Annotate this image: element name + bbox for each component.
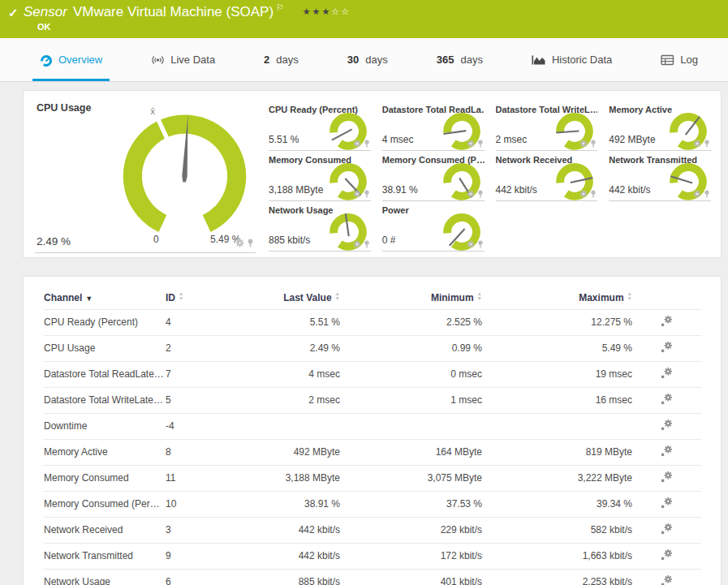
table-row[interactable]: Network Usage 6 885 kbit/s 401 kbit/s 2,…: [44, 570, 701, 585]
edit-channel-icon[interactable]: [661, 367, 673, 381]
channel-settings-icon[interactable]: [579, 190, 588, 198]
gauge-actions: [353, 190, 370, 198]
mini-gauge-cell[interactable]: Memory Consumed (P… 38.91 %: [382, 151, 485, 201]
channel-settings-icon[interactable]: [467, 190, 475, 198]
mini-gauge-cell[interactable]: Network Received 442 kbit/s: [496, 151, 598, 201]
edit-channel-icon[interactable]: [661, 523, 673, 537]
channel-minimum: 1 msec: [340, 388, 482, 414]
pin-icon[interactable]: [590, 190, 597, 198]
channel-name[interactable]: Network Transmitted: [44, 544, 166, 570]
table-row[interactable]: Memory Active 8 492 MByte 164 MByte 819 …: [44, 440, 701, 466]
table-row[interactable]: Memory Consumed 11 3,188 MByte 3,075 MBy…: [44, 466, 701, 492]
mini-gauge-value: 0 #: [382, 234, 396, 246]
tab-historic-data[interactable]: Historic Data: [524, 38, 619, 81]
edit-channel-icon[interactable]: [661, 393, 673, 407]
channel-settings-icon[interactable]: [353, 190, 361, 198]
table-row[interactable]: CPU Ready (Percent) 4 5.51 % 2.525 % 12.…: [44, 310, 701, 336]
edit-channel-icon[interactable]: [661, 315, 673, 329]
channel-name[interactable]: CPU Usage: [44, 336, 166, 362]
channel-settings-icon[interactable]: [353, 140, 361, 148]
pin-icon[interactable]: [477, 140, 484, 148]
channel-name[interactable]: Downtime: [44, 414, 166, 440]
mini-gauge-value: 885 kbit/s: [269, 234, 310, 246]
mini-gauge-cell[interactable]: Network Usage 885 kbit/s: [269, 201, 371, 252]
table-row[interactable]: Memory Consumed (Per… 10 38.91 % 37.53 %…: [44, 492, 701, 518]
mini-gauge-cell[interactable]: Datastore Total WriteL… 2 msec: [496, 101, 598, 151]
stars-filled[interactable]: ★★★: [303, 6, 332, 16]
channel-name[interactable]: Network Received: [44, 518, 166, 544]
gauge-title: CPU Usage: [37, 102, 91, 114]
gauge-actions: [693, 140, 710, 148]
channel-name[interactable]: CPU Ready (Percent): [44, 310, 166, 336]
edit-channel-icon[interactable]: [661, 471, 673, 485]
pin-icon[interactable]: [247, 239, 254, 247]
table-row[interactable]: Network Transmitted 9 442 kbit/s 172 kbi…: [44, 544, 701, 570]
pin-icon[interactable]: [590, 140, 597, 148]
tab-label: Historic Data: [552, 54, 612, 66]
column-header-id[interactable]: ID▲▼: [166, 288, 243, 310]
column-header-maximum[interactable]: Maximum▲▼: [482, 288, 632, 310]
mini-gauge-cell[interactable]: CPU Ready (Percent) 5.51 %: [269, 101, 371, 151]
table-row[interactable]: Datastore Total WriteLate… 5 2 msec 1 ms…: [44, 388, 701, 414]
mini-gauge-cell[interactable]: Memory Active 492 MByte: [609, 101, 711, 151]
mini-gauge-cell[interactable]: Memory Consumed 3,188 MByte: [269, 151, 371, 201]
channel-name[interactable]: Memory Consumed (Per…: [44, 492, 166, 518]
channel-name[interactable]: Memory Consumed: [44, 466, 166, 492]
tab-2-days[interactable]: 2 days: [256, 38, 306, 81]
flag-icon[interactable]: ⚐: [276, 2, 284, 12]
tab-label: days: [276, 54, 298, 66]
channel-settings-icon[interactable]: [353, 240, 361, 248]
channel-name[interactable]: Datastore Total ReadLate…: [44, 362, 166, 388]
channel-name[interactable]: Network Usage: [44, 570, 166, 585]
pin-icon[interactable]: [477, 190, 484, 198]
page-title: VMware Virtual Machine (SOAP): [73, 4, 274, 19]
channel-settings-icon[interactable]: [693, 140, 701, 148]
stars-empty[interactable]: ☆☆: [331, 6, 351, 16]
priority-stars[interactable]: ★★★☆☆: [303, 6, 351, 16]
channel-settings-icon[interactable]: [235, 239, 244, 247]
mini-gauge-cell[interactable]: Power 0 #: [382, 201, 485, 252]
column-header-minimum[interactable]: Minimum▲▼: [340, 288, 482, 310]
channel-minimum: [340, 414, 482, 440]
edit-channel-icon[interactable]: [661, 419, 673, 433]
pin-icon[interactable]: [704, 190, 710, 198]
channel-settings-icon[interactable]: [467, 140, 475, 148]
tab-live-data[interactable]: Live Data: [144, 38, 222, 81]
table-row[interactable]: Network Received 3 442 kbit/s 229 kbit/s…: [44, 518, 701, 544]
status-badge: OK: [37, 22, 51, 32]
channel-minimum: 2.525 %: [340, 310, 482, 336]
tab-30-days[interactable]: 30 days: [340, 38, 395, 81]
mini-gauge-cell[interactable]: Datastore Total ReadLa… 4 msec: [382, 101, 485, 151]
edit-channel-icon[interactable]: [661, 548, 673, 563]
table-row[interactable]: Datastore Total ReadLate… 7 4 msec 0 mse…: [44, 362, 701, 388]
sensor-title-line: SensorVMware Virtual Machine (SOAP)⚐ ★★★…: [24, 4, 351, 20]
channel-settings-icon[interactable]: [579, 140, 588, 148]
pin-icon[interactable]: [704, 140, 710, 148]
channel-name[interactable]: Datastore Total WriteLate…: [44, 388, 166, 414]
pin-icon[interactable]: [364, 140, 370, 148]
mini-gauge-cell[interactable]: Network Transmitted 442 kbit/s: [609, 151, 711, 201]
tab-365-days[interactable]: 365 days: [429, 38, 490, 81]
pin-icon[interactable]: [477, 240, 484, 248]
table-row[interactable]: Downtime -4: [44, 414, 701, 440]
edit-channel-icon[interactable]: [661, 574, 673, 585]
table-row[interactable]: CPU Usage 2 2.49 % 0.99 % 5.49 %: [44, 336, 701, 362]
gauge-cpu-usage[interactable]: CPU Usage x̄ 2.49 % 0 5.49 %: [30, 94, 259, 253]
pin-icon[interactable]: [364, 240, 370, 248]
channel-settings-icon[interactable]: [693, 190, 701, 198]
channel-last-value: 3,188 MByte: [243, 466, 340, 492]
tab-log[interactable]: Log: [653, 38, 705, 81]
column-header-channel[interactable]: Channel▼: [44, 288, 166, 310]
edit-channel-icon[interactable]: [661, 445, 673, 459]
pin-icon[interactable]: [364, 190, 370, 198]
channel-maximum: 582 kbit/s: [482, 518, 632, 544]
tab-label: days: [365, 54, 387, 66]
column-header-last-value[interactable]: Last Value▲▼: [243, 288, 340, 310]
channel-name[interactable]: Memory Active: [44, 440, 166, 466]
channel-settings-icon[interactable]: [467, 240, 475, 248]
gauge-scale-min: 0: [153, 234, 159, 245]
channel-maximum: 12.275 %: [482, 310, 632, 336]
tab-overview[interactable]: Overview: [32, 38, 110, 81]
edit-channel-icon[interactable]: [661, 497, 673, 511]
edit-channel-icon[interactable]: [661, 341, 673, 355]
